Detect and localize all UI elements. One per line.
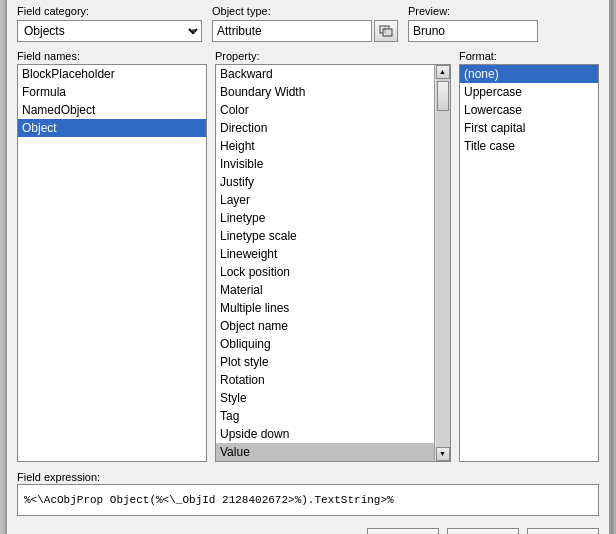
list-item[interactable]: Direction — [216, 119, 434, 137]
list-item[interactable]: Upside down — [216, 425, 434, 443]
list-item[interactable]: BlockPlaceholder — [18, 65, 206, 83]
main-content: Field names: BlockPlaceholder Formula Na… — [17, 50, 599, 462]
field-names-panel: Field names: BlockPlaceholder Formula Na… — [17, 50, 207, 462]
field-dialog: ▲ Field ✕ Field category: Objects Object… — [5, 0, 611, 534]
list-item[interactable]: Linetype — [216, 209, 434, 227]
list-item[interactable]: NamedObject — [18, 101, 206, 119]
list-item[interactable]: Uppercase — [460, 83, 598, 101]
property-panel: Property: Backward Boundary Width Color … — [215, 50, 451, 462]
scrollbar-down-arrow[interactable]: ▼ — [436, 447, 450, 461]
format-panel: Format: (none) Uppercase Lowercase First… — [459, 50, 599, 462]
list-item[interactable]: Style — [216, 389, 434, 407]
top-row: Field category: Objects Object type: — [17, 5, 599, 42]
list-item-selected[interactable]: Value — [216, 443, 434, 461]
preview-label: Preview: — [408, 5, 599, 17]
list-item[interactable]: Obliquing — [216, 335, 434, 353]
scrollbar-thumb[interactable] — [437, 81, 449, 111]
list-item[interactable]: Object name — [216, 317, 434, 335]
list-item[interactable]: Linetype scale — [216, 227, 434, 245]
object-type-group: Object type: — [212, 5, 398, 42]
property-scrollbar[interactable]: ▲ ▼ — [434, 65, 450, 461]
preview-group: Preview: — [408, 5, 599, 42]
format-label: Format: — [459, 50, 599, 62]
scrollbar-up-arrow[interactable]: ▲ — [436, 65, 450, 79]
field-expression-input[interactable] — [17, 484, 599, 516]
cancel-button[interactable]: Cancel — [447, 528, 519, 535]
list-item[interactable]: Lineweight — [216, 245, 434, 263]
help-button[interactable]: Help — [527, 528, 599, 535]
object-type-label: Object type: — [212, 5, 398, 17]
list-item[interactable]: Justify — [216, 173, 434, 191]
window-body: Field category: Objects Object type: — [7, 0, 609, 534]
list-item-selected[interactable]: (none) — [460, 65, 598, 83]
list-item[interactable]: Height — [216, 137, 434, 155]
field-category-group: Field category: Objects — [17, 5, 202, 42]
list-item[interactable]: Invisible — [216, 155, 434, 173]
scrollbar-track[interactable] — [436, 79, 450, 447]
field-category-select-wrapper: Objects — [17, 20, 202, 42]
field-names-label: Field names: — [17, 50, 207, 62]
list-item[interactable]: Multiple lines — [216, 299, 434, 317]
format-listbox[interactable]: (none) Uppercase Lowercase First capital… — [459, 64, 599, 462]
object-type-input[interactable] — [212, 20, 372, 42]
property-label: Property: — [215, 50, 451, 62]
list-item-selected[interactable]: Object — [18, 119, 206, 137]
object-type-browse-button[interactable] — [374, 20, 398, 42]
object-type-input-group — [212, 20, 398, 42]
list-item[interactable]: Tag — [216, 407, 434, 425]
button-row: OK Cancel Help — [17, 524, 599, 535]
field-expression-label: Field expression: — [17, 471, 100, 483]
list-item[interactable]: Lowercase — [460, 101, 598, 119]
list-item[interactable]: Backward — [216, 65, 434, 83]
list-item[interactable]: Plot style — [216, 353, 434, 371]
svg-rect-1 — [383, 29, 392, 36]
field-category-label: Field category: — [17, 5, 202, 17]
field-expression-section: Field expression: — [17, 470, 599, 516]
list-item[interactable]: Color — [216, 101, 434, 119]
browse-icon — [379, 24, 393, 38]
property-listbox[interactable]: Backward Boundary Width Color Direction … — [215, 64, 451, 462]
field-names-listbox[interactable]: BlockPlaceholder Formula NamedObject Obj… — [17, 64, 207, 462]
field-category-select[interactable]: Objects — [17, 20, 202, 42]
list-item[interactable]: Boundary Width — [216, 83, 434, 101]
list-item[interactable]: Layer — [216, 191, 434, 209]
preview-input — [408, 20, 538, 42]
list-item[interactable]: Formula — [18, 83, 206, 101]
list-item[interactable]: Title case — [460, 137, 598, 155]
list-item[interactable]: Lock position — [216, 263, 434, 281]
list-item[interactable]: First capital — [460, 119, 598, 137]
list-item[interactable]: Material — [216, 281, 434, 299]
list-item[interactable]: Rotation — [216, 371, 434, 389]
ok-button[interactable]: OK — [367, 528, 439, 535]
